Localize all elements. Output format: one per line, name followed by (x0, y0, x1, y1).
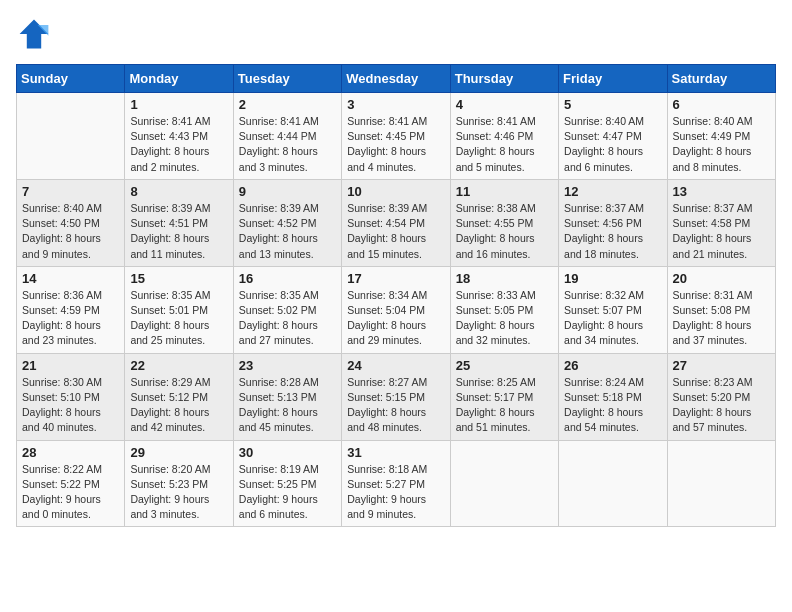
calendar-cell: 9Sunrise: 8:39 AMSunset: 4:52 PMDaylight… (233, 179, 341, 266)
calendar-cell: 22Sunrise: 8:29 AMSunset: 5:12 PMDayligh… (125, 353, 233, 440)
day-info: Sunrise: 8:25 AMSunset: 5:17 PMDaylight:… (456, 375, 553, 436)
day-number: 22 (130, 358, 227, 373)
page-header (16, 16, 776, 52)
day-info: Sunrise: 8:28 AMSunset: 5:13 PMDaylight:… (239, 375, 336, 436)
calendar-week-row: 14Sunrise: 8:36 AMSunset: 4:59 PMDayligh… (17, 266, 776, 353)
day-info: Sunrise: 8:24 AMSunset: 5:18 PMDaylight:… (564, 375, 661, 436)
day-info: Sunrise: 8:37 AMSunset: 4:58 PMDaylight:… (673, 201, 770, 262)
day-number: 5 (564, 97, 661, 112)
day-info: Sunrise: 8:41 AMSunset: 4:46 PMDaylight:… (456, 114, 553, 175)
calendar-cell: 4Sunrise: 8:41 AMSunset: 4:46 PMDaylight… (450, 93, 558, 180)
day-number: 14 (22, 271, 119, 286)
day-number: 26 (564, 358, 661, 373)
header-day: Wednesday (342, 65, 450, 93)
day-info: Sunrise: 8:29 AMSunset: 5:12 PMDaylight:… (130, 375, 227, 436)
day-number: 27 (673, 358, 770, 373)
calendar-table: SundayMondayTuesdayWednesdayThursdayFrid… (16, 64, 776, 527)
calendar-cell: 13Sunrise: 8:37 AMSunset: 4:58 PMDayligh… (667, 179, 775, 266)
day-info: Sunrise: 8:35 AMSunset: 5:01 PMDaylight:… (130, 288, 227, 349)
day-info: Sunrise: 8:23 AMSunset: 5:20 PMDaylight:… (673, 375, 770, 436)
day-info: Sunrise: 8:41 AMSunset: 4:45 PMDaylight:… (347, 114, 444, 175)
day-info: Sunrise: 8:18 AMSunset: 5:27 PMDaylight:… (347, 462, 444, 523)
calendar-week-row: 28Sunrise: 8:22 AMSunset: 5:22 PMDayligh… (17, 440, 776, 527)
calendar-cell: 5Sunrise: 8:40 AMSunset: 4:47 PMDaylight… (559, 93, 667, 180)
day-info: Sunrise: 8:32 AMSunset: 5:07 PMDaylight:… (564, 288, 661, 349)
day-info: Sunrise: 8:31 AMSunset: 5:08 PMDaylight:… (673, 288, 770, 349)
day-number: 29 (130, 445, 227, 460)
calendar-cell: 24Sunrise: 8:27 AMSunset: 5:15 PMDayligh… (342, 353, 450, 440)
calendar-cell: 11Sunrise: 8:38 AMSunset: 4:55 PMDayligh… (450, 179, 558, 266)
header-day: Tuesday (233, 65, 341, 93)
calendar-cell: 26Sunrise: 8:24 AMSunset: 5:18 PMDayligh… (559, 353, 667, 440)
day-info: Sunrise: 8:41 AMSunset: 4:44 PMDaylight:… (239, 114, 336, 175)
calendar-cell: 23Sunrise: 8:28 AMSunset: 5:13 PMDayligh… (233, 353, 341, 440)
day-info: Sunrise: 8:40 AMSunset: 4:49 PMDaylight:… (673, 114, 770, 175)
day-number: 25 (456, 358, 553, 373)
day-info: Sunrise: 8:40 AMSunset: 4:50 PMDaylight:… (22, 201, 119, 262)
day-number: 9 (239, 184, 336, 199)
day-number: 18 (456, 271, 553, 286)
day-number: 23 (239, 358, 336, 373)
calendar-cell: 29Sunrise: 8:20 AMSunset: 5:23 PMDayligh… (125, 440, 233, 527)
calendar-week-row: 21Sunrise: 8:30 AMSunset: 5:10 PMDayligh… (17, 353, 776, 440)
day-info: Sunrise: 8:20 AMSunset: 5:23 PMDaylight:… (130, 462, 227, 523)
header-day: Sunday (17, 65, 125, 93)
day-info: Sunrise: 8:39 AMSunset: 4:52 PMDaylight:… (239, 201, 336, 262)
calendar-header: SundayMondayTuesdayWednesdayThursdayFrid… (17, 65, 776, 93)
day-number: 4 (456, 97, 553, 112)
day-number: 3 (347, 97, 444, 112)
day-info: Sunrise: 8:35 AMSunset: 5:02 PMDaylight:… (239, 288, 336, 349)
day-info: Sunrise: 8:34 AMSunset: 5:04 PMDaylight:… (347, 288, 444, 349)
calendar-cell: 8Sunrise: 8:39 AMSunset: 4:51 PMDaylight… (125, 179, 233, 266)
day-number: 6 (673, 97, 770, 112)
calendar-cell (559, 440, 667, 527)
day-info: Sunrise: 8:38 AMSunset: 4:55 PMDaylight:… (456, 201, 553, 262)
day-number: 24 (347, 358, 444, 373)
calendar-week-row: 1Sunrise: 8:41 AMSunset: 4:43 PMDaylight… (17, 93, 776, 180)
day-info: Sunrise: 8:36 AMSunset: 4:59 PMDaylight:… (22, 288, 119, 349)
calendar-cell: 14Sunrise: 8:36 AMSunset: 4:59 PMDayligh… (17, 266, 125, 353)
header-row: SundayMondayTuesdayWednesdayThursdayFrid… (17, 65, 776, 93)
calendar-cell: 16Sunrise: 8:35 AMSunset: 5:02 PMDayligh… (233, 266, 341, 353)
day-info: Sunrise: 8:19 AMSunset: 5:25 PMDaylight:… (239, 462, 336, 523)
day-number: 28 (22, 445, 119, 460)
day-number: 2 (239, 97, 336, 112)
calendar-cell: 20Sunrise: 8:31 AMSunset: 5:08 PMDayligh… (667, 266, 775, 353)
logo-icon (16, 16, 52, 52)
calendar-cell: 6Sunrise: 8:40 AMSunset: 4:49 PMDaylight… (667, 93, 775, 180)
day-info: Sunrise: 8:37 AMSunset: 4:56 PMDaylight:… (564, 201, 661, 262)
day-info: Sunrise: 8:30 AMSunset: 5:10 PMDaylight:… (22, 375, 119, 436)
day-info: Sunrise: 8:33 AMSunset: 5:05 PMDaylight:… (456, 288, 553, 349)
day-number: 17 (347, 271, 444, 286)
calendar-cell: 19Sunrise: 8:32 AMSunset: 5:07 PMDayligh… (559, 266, 667, 353)
day-info: Sunrise: 8:40 AMSunset: 4:47 PMDaylight:… (564, 114, 661, 175)
day-number: 8 (130, 184, 227, 199)
header-day: Saturday (667, 65, 775, 93)
calendar-cell: 10Sunrise: 8:39 AMSunset: 4:54 PMDayligh… (342, 179, 450, 266)
day-info: Sunrise: 8:27 AMSunset: 5:15 PMDaylight:… (347, 375, 444, 436)
calendar-cell: 30Sunrise: 8:19 AMSunset: 5:25 PMDayligh… (233, 440, 341, 527)
calendar-cell: 1Sunrise: 8:41 AMSunset: 4:43 PMDaylight… (125, 93, 233, 180)
day-number: 13 (673, 184, 770, 199)
header-day: Monday (125, 65, 233, 93)
header-day: Friday (559, 65, 667, 93)
calendar-cell (17, 93, 125, 180)
day-number: 21 (22, 358, 119, 373)
day-info: Sunrise: 8:22 AMSunset: 5:22 PMDaylight:… (22, 462, 119, 523)
calendar-cell: 28Sunrise: 8:22 AMSunset: 5:22 PMDayligh… (17, 440, 125, 527)
day-number: 15 (130, 271, 227, 286)
calendar-cell: 2Sunrise: 8:41 AMSunset: 4:44 PMDaylight… (233, 93, 341, 180)
day-number: 16 (239, 271, 336, 286)
calendar-body: 1Sunrise: 8:41 AMSunset: 4:43 PMDaylight… (17, 93, 776, 527)
day-number: 7 (22, 184, 119, 199)
day-number: 11 (456, 184, 553, 199)
day-number: 31 (347, 445, 444, 460)
header-day: Thursday (450, 65, 558, 93)
day-info: Sunrise: 8:39 AMSunset: 4:51 PMDaylight:… (130, 201, 227, 262)
calendar-cell: 21Sunrise: 8:30 AMSunset: 5:10 PMDayligh… (17, 353, 125, 440)
calendar-cell: 31Sunrise: 8:18 AMSunset: 5:27 PMDayligh… (342, 440, 450, 527)
day-number: 20 (673, 271, 770, 286)
calendar-cell: 3Sunrise: 8:41 AMSunset: 4:45 PMDaylight… (342, 93, 450, 180)
calendar-cell: 17Sunrise: 8:34 AMSunset: 5:04 PMDayligh… (342, 266, 450, 353)
day-number: 12 (564, 184, 661, 199)
